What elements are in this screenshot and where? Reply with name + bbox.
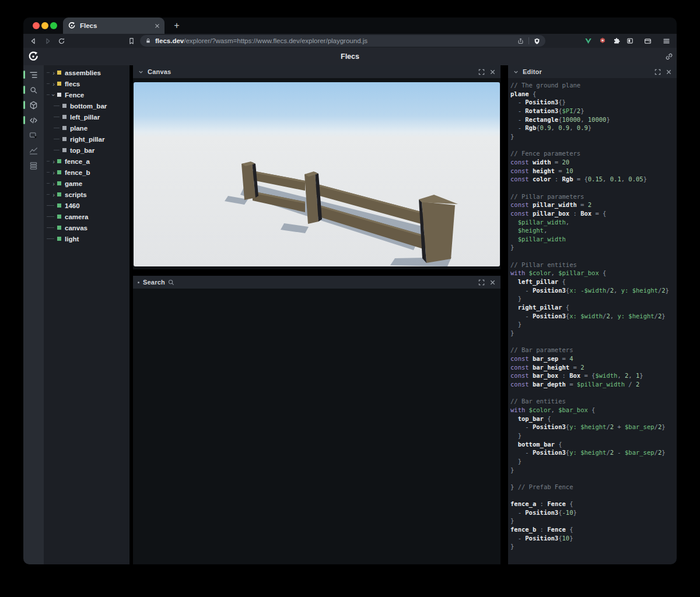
flecs-logo-icon[interactable] [27,51,39,62]
close-icon[interactable] [489,279,496,286]
browser-tab[interactable]: Flecs [63,17,164,34]
tab-close-icon[interactable] [155,23,160,29]
tree-item-bottom_bar[interactable]: bottom_bar [44,100,130,111]
wallet-button[interactable] [642,35,653,47]
code-line: bottom_bar { [510,440,669,449]
chevron-down-icon[interactable]: › [51,92,57,98]
cube-tool-button[interactable] [23,97,44,113]
tree-item-scripts[interactable]: ›scripts [44,189,130,200]
entity-color-swatch [57,192,61,196]
code-line: const pillar_width = 2 [510,201,669,209]
stack-icon [29,161,38,171]
code-line: const height = 10 [510,167,669,175]
url-host: flecs.dev [155,37,184,44]
brave-shield-icon[interactable] [533,37,541,45]
tree-item-fence_a[interactable]: ›fence_a [44,156,130,167]
tree-item-label: right_pillar [70,136,104,143]
sidebar-panel-icon [626,37,634,45]
tree-item-right_pillar[interactable]: right_pillar [44,134,130,145]
center-column: Canvas [133,65,501,564]
chart-tool-button[interactable] [23,143,44,158]
tree-item-game[interactable]: ›game [44,178,130,189]
tree-item-top_bar[interactable]: top_bar [44,145,130,156]
hierarchy-icon [29,70,38,80]
tree-item-label: top_bar [70,147,94,154]
chevron-right-icon[interactable]: › [51,159,57,164]
code-line: - Position3{} [510,98,669,107]
code-line: } [510,466,669,475]
chevron-down-icon[interactable] [138,69,144,75]
canvas-panel-header: Canvas [133,65,501,78]
search-panel-content[interactable] [133,289,501,564]
tree-item-assemblies[interactable]: ›assemblies [44,67,130,78]
tree-guide-line [47,216,54,217]
code-line: // Fence parameters [510,149,669,158]
chevron-down-icon[interactable] [513,69,519,75]
code-line: - Position3{x: -$width/2, y: $height/2} [510,286,669,295]
editor-panel: Editor // The ground planeplane { - Posi… [508,65,677,564]
traffic-light-minimize[interactable] [41,22,48,29]
tree-guide-line [54,106,60,106]
close-icon[interactable] [489,69,496,75]
entity-color-swatch [62,115,66,119]
code-line: $pillar_width, [510,218,669,227]
bookmark-sidebar-button[interactable] [125,35,137,47]
back-button[interactable] [27,35,39,47]
code-line: const bar_height = 2 [510,363,669,372]
tree-item-canvas[interactable]: canvas [44,222,130,233]
panel-divider[interactable] [501,65,508,564]
tree-guide-line [47,183,50,184]
forward-button[interactable] [41,35,53,47]
maximize-icon[interactable] [654,69,661,75]
tree-item-light[interactable]: light [44,233,130,244]
search-tool-button[interactable] [23,82,44,97]
code-line: const width = 20 [510,158,669,167]
tree-item-flecs[interactable]: ›flecs [44,78,130,89]
tree-item-camera[interactable]: camera [44,211,130,222]
tree-item-fence_b[interactable]: ›fence_b [44,167,130,178]
tree-guide-line [47,83,50,84]
chevron-right-icon[interactable]: › [51,70,57,76]
chevron-right-icon[interactable]: › [51,81,57,87]
code-area[interactable]: // The ground planeplane { - Position3{}… [510,81,669,551]
maximize-icon[interactable] [478,69,485,75]
traffic-light-close[interactable] [33,22,40,29]
panel-collapse-dot-icon[interactable] [138,282,139,283]
puzzle-icon [612,37,621,45]
code-line: } [510,457,669,466]
inspector-tool-button[interactable] [23,128,44,143]
browser-menu-button[interactable] [660,35,672,47]
chevron-right-icon[interactable]: › [51,181,57,187]
share-icon[interactable] [517,37,524,45]
chevron-right-icon[interactable]: › [51,170,57,175]
reload-button[interactable] [55,35,67,47]
tree-item-plane[interactable]: plane [44,122,130,134]
hierarchy-tool-button[interactable] [23,67,44,82]
close-icon[interactable] [666,69,672,75]
red-extension-button[interactable] [597,35,608,47]
share-link-icon[interactable] [664,52,674,61]
bookmark-icon [127,37,136,45]
vue-devtools-extension-button[interactable] [582,35,594,47]
code-line [510,389,669,398]
url-bar[interactable]: flecs.dev/explorer/?wasm=https://www.fle… [140,35,545,47]
extensions-button[interactable] [611,35,622,47]
sidebar-toggle-button[interactable] [624,35,636,47]
tree-item-label: bottom_bar [70,103,107,110]
traffic-light-zoom[interactable] [50,22,57,29]
code-line: } [510,294,669,303]
code-line: - Position3{y: $height/2 - $bar_sep/2} [510,448,669,457]
new-tab-button[interactable]: + [170,19,183,32]
code-icon [29,115,38,125]
stack-tool-button[interactable] [23,158,44,173]
code-tool-button[interactable] [23,113,44,128]
entity-color-swatch [57,159,61,163]
tree-item-left_pillar[interactable]: left_pillar [44,111,130,122]
chevron-right-icon[interactable]: › [51,192,57,198]
code-line: const color : Rgb = {0.15, 0.1, 0.05} [510,175,669,184]
tree-guide-line [47,227,54,228]
tree-item-1460[interactable]: 1460 [44,200,130,211]
3d-viewport[interactable] [134,82,500,266]
tree-item-Fence[interactable]: ›Fence [44,89,130,100]
maximize-icon[interactable] [478,279,485,286]
